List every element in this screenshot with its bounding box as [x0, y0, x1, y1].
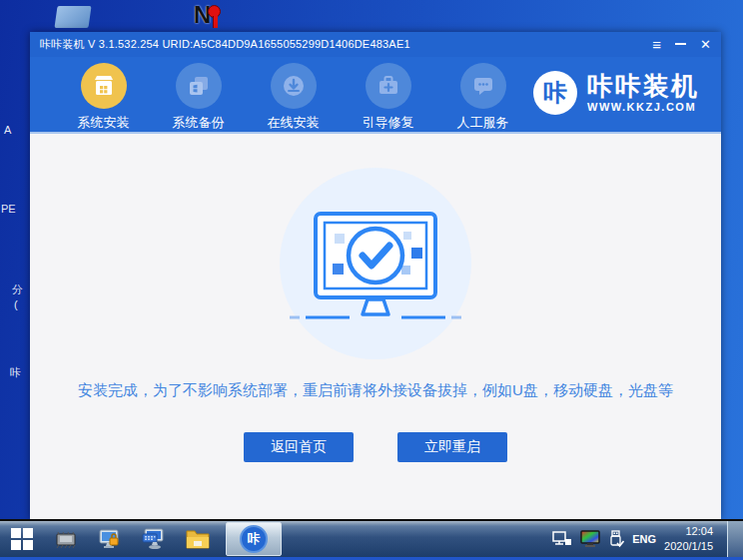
show-desktop-button[interactable]	[727, 521, 743, 557]
brand-text: 咔咔装机 WWW.KKZJ.COM	[587, 73, 699, 112]
language-indicator[interactable]: ENG	[632, 533, 656, 545]
monitor-lock-icon[interactable]	[88, 521, 132, 557]
kaka-installer-window: 咔咔装机 V 3.1.532.254 URID:A5C84DD9A1655055…	[30, 32, 721, 519]
desktop-display-icon[interactable]	[54, 6, 91, 28]
download-icon	[271, 63, 317, 109]
start-button[interactable]	[0, 521, 44, 557]
install-box-icon	[81, 63, 127, 109]
install-complete-illustration	[278, 166, 473, 361]
taskbar-left: 咔	[0, 521, 282, 557]
main-content: 安装完成，为了不影响系统部署，重启前请将外接设备拔掉，例如U盘，移动硬盘，光盘等…	[30, 134, 721, 517]
cpu-chip-icon[interactable]	[44, 521, 88, 557]
brand-logo: 咔 咔咔装机 WWW.KKZJ.COM	[533, 63, 699, 115]
window-title: 咔咔装机 V 3.1.532.254 URID:A5C84DD9A1655055…	[40, 37, 410, 52]
nav-label: 人工服务	[435, 114, 530, 132]
kaka-taskbar-button[interactable]: 咔	[226, 522, 282, 556]
network-icon[interactable]	[552, 531, 572, 547]
taskbar: 咔	[0, 519, 743, 557]
folder-icon[interactable]	[176, 521, 220, 557]
nav-item-system-backup[interactable]: 系统备份	[151, 63, 246, 132]
desktop-label-fragment: 咔	[10, 365, 21, 380]
nav-label: 系统安装	[56, 114, 151, 132]
minimize-icon[interactable]	[675, 43, 686, 47]
nav-item-boot-repair[interactable]: 引导修复	[341, 63, 435, 132]
return-home-button[interactable]: 返回首页	[244, 432, 354, 462]
nav-label: 系统备份	[151, 114, 246, 132]
desktop-app-icon-n[interactable]: N	[194, 3, 228, 31]
monitor-keyboard-icon[interactable]	[132, 521, 176, 557]
backup-windows-icon	[176, 63, 222, 109]
system-tray: ENG 12:04 2020/1/15	[552, 521, 743, 557]
nav-item-online-install[interactable]: 在线安装	[246, 63, 341, 132]
desktop-label-fragment: (	[14, 298, 18, 310]
clock-date: 2020/1/15	[664, 539, 713, 554]
kaka-taskbar-icon: 咔	[240, 525, 268, 553]
navbar: 系统安装 系统备份	[30, 57, 721, 134]
usb-eject-icon[interactable]	[608, 530, 624, 548]
close-icon[interactable]: ✕	[700, 38, 711, 51]
nav-item-manual-service[interactable]: 人工服务	[435, 63, 530, 132]
brand-name: 咔咔装机	[587, 73, 699, 100]
nav-item-system-install[interactable]: 系统安装	[56, 63, 151, 132]
desktop-label-fragment: A	[4, 124, 11, 136]
desktop-label-fragment: 分	[12, 282, 23, 297]
desktop-label-fragment: PE	[1, 203, 16, 215]
menu-icon[interactable]: ≡	[652, 37, 661, 52]
nav-label: 引导修复	[341, 114, 435, 132]
red-key-icon	[208, 5, 221, 18]
display-color-icon[interactable]	[580, 530, 600, 548]
nav-label: 在线安装	[246, 114, 341, 132]
clock-time: 12:04	[664, 524, 713, 539]
desktop-background: N A PE 分 ( 咔 咔咔装机 V 3.1.532.254 URID:A5C…	[0, 0, 743, 560]
repair-toolbox-icon	[366, 63, 411, 109]
completion-message: 安装完成，为了不影响系统部署，重启前请将外接设备拔掉，例如U盘，移动硬盘，光盘等	[58, 381, 693, 400]
action-buttons: 返回首页 立即重启	[244, 432, 507, 462]
brand-site: WWW.KKZJ.COM	[587, 101, 699, 113]
kaka-logo-icon: 咔	[533, 71, 577, 115]
windows-logo-icon	[11, 528, 33, 550]
chat-service-icon	[460, 63, 506, 109]
clock[interactable]: 12:04 2020/1/15	[664, 524, 717, 554]
titlebar[interactable]: 咔咔装机 V 3.1.532.254 URID:A5C84DD9A1655055…	[30, 32, 721, 57]
window-controls: ≡ ✕	[652, 37, 711, 52]
restart-now-button[interactable]: 立即重启	[397, 432, 507, 462]
